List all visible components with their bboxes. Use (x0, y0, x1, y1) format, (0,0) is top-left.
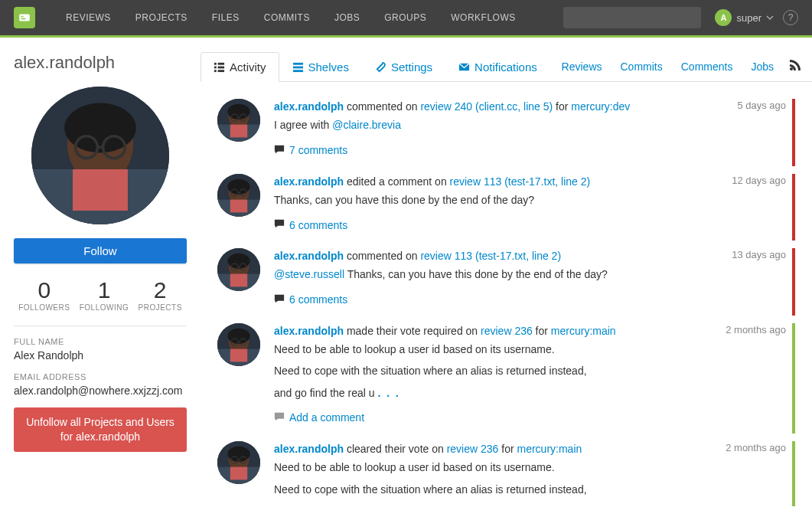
stat-label: FOLLOWERS (18, 303, 70, 312)
mention-link[interactable]: @steve.russell (274, 268, 344, 280)
email-label: EMAIL ADDRESS (14, 372, 187, 381)
profile-username: alex.randolph (14, 53, 187, 73)
activity-feed: alex.randolph commented on review 240 (c… (201, 82, 812, 514)
activity-time: 5 days ago (737, 99, 786, 111)
activity-item: alex.randolph edited a comment on review… (217, 174, 795, 249)
search-input[interactable] (563, 7, 701, 28)
follow-button[interactable]: Follow (14, 238, 187, 263)
nav-projects[interactable]: PROJECTS (123, 0, 200, 35)
comments-link[interactable]: 7 comments (274, 144, 786, 157)
svg-rect-12 (21, 18, 26, 20)
nav-jobs[interactable]: JOBS (322, 0, 372, 35)
user-avatar-icon: A (715, 9, 732, 26)
target-link[interactable]: review 236 (481, 325, 533, 337)
nav-workflows[interactable]: WORKFLOWS (439, 0, 528, 35)
user-link[interactable]: alex.randolph (274, 325, 344, 337)
subtab-comments[interactable]: Comments (672, 53, 742, 80)
target-link[interactable]: review 113 (test-17.txt, line 2) (420, 250, 561, 262)
svg-rect-22 (292, 67, 302, 69)
tab-label: Settings (391, 61, 432, 74)
tab-activity[interactable]: Activity (201, 52, 279, 82)
target-link[interactable]: review 240 (client.cc, line 5) (420, 100, 553, 113)
nav-links: REVIEWSPROJECTSFILESCOMMITSJOBSGROUPSWOR… (54, 0, 528, 35)
svg-rect-18 (218, 67, 224, 69)
rss-button[interactable] (783, 51, 812, 81)
nav-reviews[interactable]: REVIEWS (54, 0, 123, 35)
nav-groups[interactable]: GROUPS (372, 0, 439, 35)
user-link[interactable]: alex.randolph (274, 443, 344, 455)
user-name: super (736, 12, 761, 24)
activity-time: 2 months ago (726, 323, 786, 335)
activity-time: 13 days ago (732, 248, 786, 260)
tabs: Activity Shelves Settings Notifications … (201, 51, 812, 82)
help-button[interactable]: ? (783, 10, 798, 25)
svg-rect-10 (19, 15, 30, 21)
subtab-jobs[interactable]: Jobs (742, 53, 783, 80)
expand-ellipsis[interactable]: . . . (377, 387, 399, 399)
user-link[interactable]: alex.randolph (274, 250, 344, 262)
wrench-icon (375, 61, 386, 73)
svg-rect-20 (218, 70, 224, 72)
target-link[interactable]: review 236 (447, 443, 499, 455)
activity-title: alex.randolph cleared their vote on revi… (274, 441, 718, 456)
activity-body: Thanks, can you have this done by the en… (274, 192, 786, 208)
stat-followers[interactable]: 0 FOLLOWERS (18, 277, 70, 312)
stat-following[interactable]: 1 FOLLOWING (80, 277, 129, 312)
logo[interactable] (14, 7, 35, 28)
search-wrap (563, 7, 701, 28)
subtab-commits[interactable]: Commits (611, 53, 672, 80)
user-link[interactable]: alex.randolph (274, 175, 344, 188)
subtab-reviews[interactable]: Reviews (553, 53, 611, 80)
svg-rect-21 (292, 63, 302, 65)
target-link[interactable]: review 113 (test-17.txt, line 2) (450, 175, 591, 188)
activity-item: alex.randolph commented on review 240 (c… (217, 99, 795, 174)
activity-title: alex.randolph commented on review 240 (c… (274, 99, 729, 114)
activity-body: I agree with @claire.brevia (274, 117, 786, 133)
stat-value: 1 (80, 277, 129, 303)
user-link[interactable]: alex.randolph (274, 100, 344, 113)
activity-avatar[interactable] (217, 323, 260, 366)
stat-label: PROJECTS (139, 303, 182, 312)
activity-avatar[interactable] (217, 99, 260, 142)
svg-rect-11 (21, 16, 24, 18)
sidebar: alex.randolph Follow 0 FOLLOWERS 1 FOLLO… (0, 38, 201, 514)
activity-avatar[interactable] (217, 441, 260, 484)
tab-label: Notifications (474, 61, 537, 74)
stat-projects[interactable]: 2 PROJECTS (139, 277, 182, 312)
stat-label: FOLLOWING (80, 303, 129, 312)
activity-body: Need to be able to lookup a user id base… (274, 342, 786, 401)
activity-item: alex.randolph made their vote required o… (217, 323, 795, 441)
svg-rect-15 (214, 63, 217, 65)
activity-time: 2 months ago (726, 441, 786, 453)
envelope-icon (458, 61, 470, 73)
fullname-value: Alex Randolph (14, 349, 187, 362)
tab-shelves[interactable]: Shelves (279, 52, 362, 81)
activity-body: @steve.russell Thanks, can you have this… (274, 267, 786, 282)
activity-title: alex.randolph commented on review 113 (t… (274, 248, 724, 263)
unfollow-all-button[interactable]: Unfollow all Projects and Users for alex… (14, 407, 187, 452)
activity-avatar[interactable] (217, 174, 260, 217)
rss-icon (789, 59, 801, 71)
add-comment-link[interactable]: Add a comment (274, 411, 786, 424)
comments-link[interactable]: 6 comments (274, 293, 786, 306)
profile-avatar (31, 87, 169, 224)
project-link[interactable]: mercury:dev (571, 100, 630, 113)
list-icon (214, 61, 225, 73)
nav-files[interactable]: FILES (200, 0, 252, 35)
comments-link[interactable]: 6 comments (274, 218, 786, 231)
user-menu[interactable]: A super (715, 9, 774, 26)
project-link[interactable]: mercury:main (551, 325, 616, 337)
chevron-down-icon (766, 14, 774, 21)
content: Activity Shelves Settings Notifications … (201, 38, 812, 514)
project-link[interactable]: mercury:main (517, 443, 582, 455)
svg-rect-17 (214, 67, 217, 69)
tab-notifications[interactable]: Notifications (445, 52, 550, 81)
activity-avatar[interactable] (217, 248, 260, 291)
activity-time: 12 days ago (732, 174, 786, 186)
activity-body: Need to be able to lookup a user id base… (274, 460, 786, 497)
tab-settings[interactable]: Settings (362, 52, 445, 81)
activity-title: alex.randolph made their vote required o… (274, 323, 718, 339)
mention-link[interactable]: @claire.brevia (332, 119, 401, 131)
profile-stats: 0 FOLLOWERS 1 FOLLOWING 2 PROJECTS (14, 277, 187, 312)
nav-commits[interactable]: COMMITS (252, 0, 322, 35)
